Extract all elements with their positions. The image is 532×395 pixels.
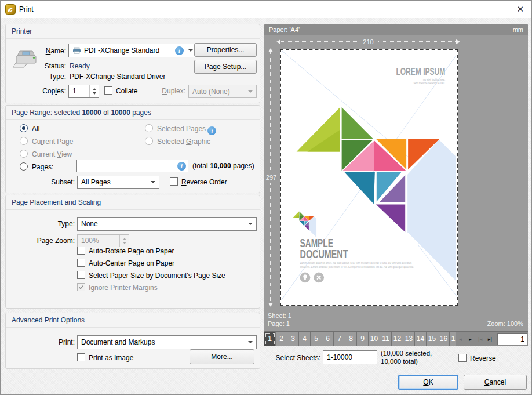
- total-pages-hint: (total 10,000 pages): [192, 162, 254, 170]
- pager-cell[interactable]: 2: [276, 332, 287, 346]
- pages-info-icon[interactable]: i: [177, 162, 186, 171]
- reverse-order-checkbox[interactable]: [170, 177, 178, 186]
- pages-input[interactable]: [76, 160, 188, 172]
- page-range-group-title: Page Range: selected 10000 of 10000 page…: [6, 106, 260, 120]
- radio-current-view: [20, 150, 28, 158]
- app-icon: [5, 4, 16, 15]
- pager-cell[interactable]: 5: [311, 332, 322, 346]
- cancel-button[interactable]: Cancel: [464, 375, 527, 390]
- select-sheets-label: Select Sheets:: [250, 354, 320, 362]
- copies-label: Copies:: [6, 87, 66, 95]
- more-button[interactable]: More...: [190, 349, 254, 364]
- pager-cell[interactable]: 8: [345, 332, 357, 346]
- printer-name-select[interactable]: PDF-XChange Standard i: [68, 44, 197, 57]
- page-range-group: Page Range: selected 10000 of 10000 page…: [5, 105, 260, 193]
- reverse-checkbox[interactable]: [458, 354, 467, 362]
- spin-down-icon: [123, 242, 126, 244]
- properties-button[interactable]: Properties...: [194, 43, 257, 57]
- auto-rotate-checkbox[interactable]: [77, 247, 85, 255]
- ok-button[interactable]: OK: [398, 375, 458, 390]
- pager-cell[interactable]: 14: [415, 332, 427, 346]
- pager-cell[interactable]: 1: [264, 332, 276, 346]
- reverse-order-label: Reverse Order: [181, 178, 227, 186]
- pager-cell[interactable]: 15: [427, 332, 438, 346]
- pager-cell[interactable]: 3: [287, 332, 299, 346]
- copies-stepper[interactable]: 1: [68, 85, 99, 98]
- subset-value: All Pages: [81, 178, 111, 186]
- pager-cell[interactable]: 11: [380, 332, 392, 346]
- auto-rotate-label: Auto-Rotate Page on Paper: [89, 247, 174, 255]
- pager-cells: 1 2 3 4 5 6 7 8 9 10 11 12 13 14 15 16 1…: [264, 332, 456, 346]
- page-zoom-value: 100%: [81, 237, 99, 245]
- print-label: Print:: [6, 338, 75, 346]
- print-as-image-label: Print as Image: [89, 354, 133, 362]
- subset-select[interactable]: All Pages: [77, 176, 159, 189]
- pager-nav: ◂ ▸ |◂ ▸|: [456, 332, 495, 346]
- pager-cell[interactable]: 7: [334, 332, 345, 346]
- pager-cell[interactable]: 10: [369, 332, 380, 346]
- sheet-pager: 1 2 3 4 5 6 7 8 9 10 11 12 13 14 15 16 1…: [264, 331, 528, 346]
- auto-center-checkbox[interactable]: [77, 259, 85, 267]
- pager-cell[interactable]: 16: [438, 332, 450, 346]
- advanced-group-title: Advanced Print Options: [6, 313, 260, 328]
- pager-cell[interactable]: 6: [322, 332, 334, 346]
- duplex-value: Auto (None): [192, 88, 230, 96]
- arrow-left-icon: [276, 39, 280, 44]
- printer-name-label: Name:: [6, 47, 66, 55]
- auto-center-label: Auto-Center Page on Paper: [89, 259, 174, 267]
- page-zoom-stepper: 100%: [77, 234, 129, 247]
- pager-cell[interactable]: 9: [357, 332, 369, 346]
- chevron-down-icon: [248, 223, 253, 225]
- placement-group-title: Page Placement and Scaling: [6, 195, 260, 210]
- spin-up-icon: [123, 238, 126, 240]
- print-select[interactable]: Document and Markups: [77, 335, 257, 349]
- printer-group-title: Printer: [6, 24, 260, 39]
- doc-logo: [293, 211, 316, 237]
- advanced-group: Advanced Print Options Print: Document a…: [5, 313, 260, 369]
- collate-checkbox[interactable]: [104, 86, 112, 95]
- sheet-number-input[interactable]: [497, 333, 527, 345]
- units-label: mm: [513, 24, 523, 35]
- spin-down-icon[interactable]: [93, 92, 96, 95]
- doc-body-1: Lorem ipsum dolor sit amet, no stat luci…: [300, 262, 413, 264]
- page-zoom-label: Page Zoom:: [6, 237, 75, 245]
- close-icon[interactable]: ✕: [516, 4, 524, 15]
- placement-type-value: None: [81, 220, 98, 228]
- chevron-down-icon: [248, 90, 253, 93]
- select-paper-size-checkbox[interactable]: [77, 271, 85, 279]
- radio-selected-pages-label: Selected Pages i: [157, 125, 216, 135]
- printer-mini-icon: [72, 47, 81, 54]
- radio-selected-pages: [145, 124, 153, 132]
- page-info: Page: 1: [268, 320, 290, 327]
- last-sheet-icon[interactable]: ▸|: [485, 332, 495, 346]
- pager-cell[interactable]: 12: [392, 332, 403, 346]
- doc-subtitle-2: ferri meliore delendi te usu.: [414, 82, 446, 85]
- sheet-info: Sheet: 1: [268, 312, 291, 319]
- radio-all-label: All: [32, 125, 39, 133]
- pager-cell[interactable]: 13: [403, 332, 415, 346]
- pager-cell[interactable]: 4: [299, 332, 311, 346]
- printer-info-icon[interactable]: i: [175, 46, 184, 55]
- type-value: PDF-XChange Standard Driver: [70, 73, 165, 81]
- reverse-label: Reverse: [470, 354, 496, 363]
- copies-value: 1: [72, 87, 76, 95]
- arrow-up-icon: [268, 48, 273, 52]
- spin-up-icon[interactable]: [93, 88, 96, 90]
- selected-pages-info-icon[interactable]: i: [207, 126, 216, 135]
- selection-hint: (10,000 selected, 10,000 total): [381, 349, 454, 365]
- printer-group: Printer Name: PDF-XChange Standard i Pro…: [5, 24, 260, 103]
- pager-cell[interactable]: 17: [450, 332, 456, 346]
- select-paper-size-label: Select Paper Size by Document's Page Siz…: [89, 271, 225, 280]
- next-sheet-icon[interactable]: ▸: [465, 332, 475, 346]
- status-value: Ready: [70, 62, 90, 70]
- placement-type-select[interactable]: None: [77, 217, 257, 231]
- radio-all[interactable]: [20, 124, 28, 132]
- print-dialog: Print ✕ Printer Name: PDF-XChange Standa…: [0, 0, 532, 395]
- page-setup-button[interactable]: Page Setup...: [194, 60, 257, 74]
- select-sheets-input[interactable]: [323, 350, 377, 364]
- arrow-down-icon: [268, 303, 273, 307]
- print-as-image-checkbox[interactable]: [77, 353, 85, 361]
- radio-pages[interactable]: [20, 162, 28, 171]
- width-dimension: 210: [276, 38, 460, 46]
- zoom-info: Zoom: 100%: [487, 320, 523, 327]
